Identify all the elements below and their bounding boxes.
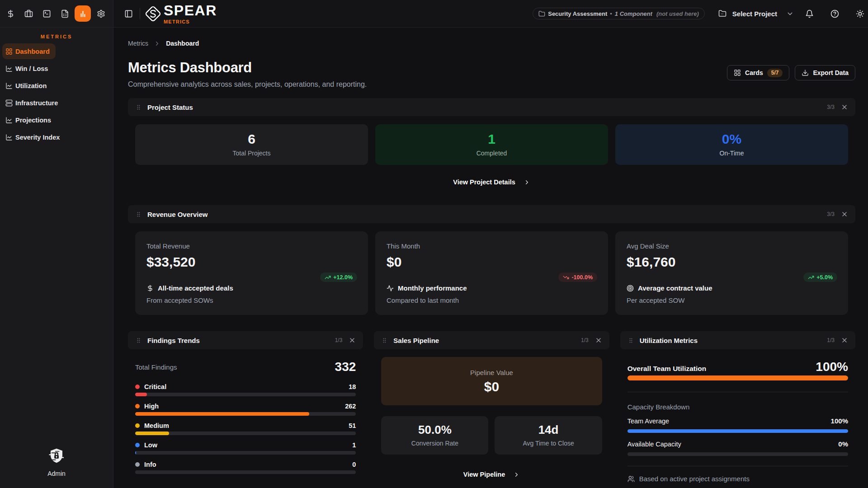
- metric-description: From accepted SOWs: [146, 296, 357, 304]
- theme-toggle-button[interactable]: [852, 5, 868, 22]
- severity-label: Info: [144, 461, 156, 468]
- severity-bar-track: [135, 412, 356, 416]
- brand-logo[interactable]: SPEAR METRICS: [144, 3, 217, 24]
- stat-value: 6: [248, 132, 255, 146]
- severity-count: 262: [345, 403, 356, 410]
- pipeline-value: $0: [484, 380, 499, 394]
- severity-bar-fill: [135, 432, 169, 435]
- brand-name: SPEAR: [164, 3, 217, 18]
- trend-value: +12.0%: [333, 274, 353, 281]
- select-project-dropdown[interactable]: Select Project: [718, 9, 794, 18]
- drag-handle-icon[interactable]: [135, 211, 142, 218]
- view-pipeline-link[interactable]: View Pipeline: [381, 471, 602, 478]
- brand-subtitle: METRICS: [164, 19, 217, 24]
- sidebar-item-severity-index[interactable]: Severity Index: [2, 129, 66, 145]
- chevron-right-icon: [513, 471, 520, 478]
- layout-grid-icon: [734, 69, 741, 76]
- panel-left-icon: [124, 9, 133, 18]
- stat-value: 14d: [538, 424, 559, 436]
- sidebar-user[interactable]: Admin: [0, 447, 113, 488]
- revenue-overview-body: Total Revenue $33,520 +12.0% All-time ac…: [128, 223, 855, 321]
- breadcrumb: Metrics Dashboard: [128, 40, 855, 47]
- total-projects-stat: 6 Total Projects: [135, 124, 368, 165]
- sales-pipeline-header: Sales Pipeline 1/3: [374, 331, 609, 349]
- bell-icon: [805, 9, 814, 18]
- documents-tool-button[interactable]: [57, 5, 73, 22]
- divider: [627, 466, 848, 466]
- close-section-button[interactable]: [841, 211, 848, 218]
- severity-dot: [135, 385, 140, 389]
- sidebar-item-infrastructure[interactable]: Infrastructure: [2, 95, 64, 111]
- shield-lock-avatar-icon: [48, 447, 65, 465]
- help-button[interactable]: [826, 5, 843, 22]
- settings-tool-button[interactable]: [93, 5, 109, 22]
- metrics-tool-button[interactable]: [75, 5, 91, 22]
- sidebar-item-utilization[interactable]: Utilization: [2, 78, 52, 94]
- terminal-tool-button[interactable]: [38, 5, 55, 22]
- page-title: Metrics Dashboard: [128, 60, 367, 76]
- metric-subtitle-row: Monthly performance: [387, 284, 597, 292]
- trending-up-icon: [808, 274, 814, 281]
- utilization-metrics-header: Utilization Metrics 1/3: [620, 331, 855, 349]
- notifications-button[interactable]: [801, 5, 817, 22]
- capacity-row-value: 0%: [838, 440, 848, 448]
- assessment-context-pill[interactable]: Security Assessment • 1 Component (not u…: [533, 8, 705, 19]
- chevron-right-icon: [154, 40, 160, 47]
- breadcrumb-current: Dashboard: [166, 40, 199, 47]
- pipeline-value-box: Pipeline Value $0: [381, 357, 602, 405]
- briefcase-tool-button[interactable]: [20, 5, 37, 22]
- close-section-button[interactable]: [349, 337, 356, 344]
- export-data-button[interactable]: Export Data: [795, 65, 855, 80]
- view-link-label: View Pipeline: [463, 471, 505, 478]
- severity-dot: [135, 443, 140, 447]
- section-count: 3/3: [827, 104, 835, 110]
- drag-handle-icon[interactable]: [627, 337, 634, 344]
- section-count: 1/3: [827, 337, 835, 343]
- drag-handle-icon[interactable]: [135, 337, 142, 344]
- capacity-row-label: Team Average: [627, 418, 669, 425]
- page-head: Metrics Dashboard Comprehensive analytic…: [128, 60, 855, 89]
- assessment-note: (not used here): [656, 10, 699, 17]
- chevron-right-icon: [524, 179, 530, 186]
- close-section-button[interactable]: [841, 103, 848, 111]
- bottom-sections-grid: Findings Trends 1/3 Total Findings 332 C…: [128, 331, 855, 488]
- breadcrumb-root[interactable]: Metrics: [128, 40, 148, 47]
- avg-deal-size-card: Avg Deal Size $16,760 +5.0% Average cont…: [615, 231, 848, 315]
- drag-handle-icon[interactable]: [135, 104, 142, 111]
- close-section-button[interactable]: [841, 337, 848, 344]
- assessment-name: Security Assessment: [548, 10, 607, 17]
- section-title: Project Status: [147, 103, 193, 111]
- folder-icon: [538, 10, 545, 17]
- trend-value: -100.0%: [571, 274, 593, 281]
- sidebar: METRICS Dashboard Win / Loss Utilization…: [0, 28, 113, 488]
- close-icon: [349, 337, 356, 344]
- cards-button[interactable]: Cards 5/7: [727, 65, 789, 80]
- finding-row-head: Low 1: [135, 441, 356, 449]
- drag-handle-icon[interactable]: [381, 337, 388, 344]
- sidebar-toggle-button[interactable]: [121, 6, 136, 21]
- metric-description: Compared to last month: [387, 296, 597, 304]
- total-findings-value: 332: [335, 361, 356, 373]
- metric-label: Total Revenue: [146, 242, 357, 250]
- severity-bar-track: [135, 470, 356, 474]
- view-project-details-link[interactable]: View Project Details: [135, 178, 848, 195]
- sidebar-item-projections[interactable]: Projections: [2, 112, 57, 128]
- finding-row-head: Critical 18: [135, 383, 356, 390]
- dollar-tool-button[interactable]: [2, 5, 19, 22]
- briefcase-icon: [24, 9, 33, 18]
- overall-utilization-track: [627, 375, 848, 380]
- sidebar-item-label: Projections: [15, 117, 51, 124]
- close-icon: [841, 211, 848, 218]
- capacity-row-value: 100%: [831, 417, 848, 425]
- metric-subtitle: Monthly performance: [398, 284, 467, 292]
- sidebar-item-label: Win / Loss: [15, 65, 48, 72]
- this-month-card: This Month $0 -100.0% Monthly performanc…: [375, 231, 608, 315]
- stat-value: 50.0%: [418, 424, 452, 436]
- severity-count: 18: [349, 383, 356, 390]
- severity-dot: [135, 462, 140, 467]
- sidebar-item-win-loss[interactable]: Win / Loss: [2, 61, 54, 76]
- sidebar-item-label: Dashboard: [15, 48, 50, 55]
- close-section-button[interactable]: [595, 337, 602, 344]
- sidebar-item-dashboard[interactable]: Dashboard: [2, 43, 56, 59]
- chart-line-icon: [5, 117, 13, 124]
